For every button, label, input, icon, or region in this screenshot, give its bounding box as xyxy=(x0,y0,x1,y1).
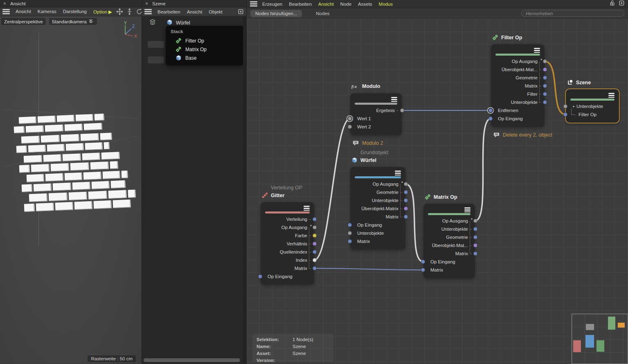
menu-icon[interactable] xyxy=(250,0,257,8)
matrix-port[interactable] xyxy=(313,266,317,270)
op-eingang-port[interactable] xyxy=(488,117,493,121)
node-editor-panel: ErzeugenBearbeitenAnsichtNodeAssetsModus… xyxy=(247,0,628,364)
node-matrixop[interactable]: Matrix OpOp Ausgang▾UnterobjekteGeometri… xyxy=(423,204,475,278)
geometrie-port[interactable] xyxy=(543,76,547,80)
stack-item-filter-op[interactable]: Filter Op xyxy=(166,36,243,45)
scene-menu-ansicht[interactable]: Ansicht xyxy=(184,9,206,15)
node-modulo[interactable]: f:xModuloErgebnisWert 1Wert 2Modulo 2 xyxy=(350,93,402,135)
add-nodes-button[interactable]: Nodes hinzufügen... xyxy=(250,10,302,17)
node-graph-canvas[interactable]: f:xModuloErgebnisWert 1Wert 2Modulo 2Gru… xyxy=(247,19,628,364)
tab-nodes[interactable]: Nodes xyxy=(316,11,329,16)
editor-menu-erzeugen[interactable]: Erzeugen xyxy=(259,1,286,7)
scene-menu-bearbeiten[interactable]: Bearbeiten xyxy=(154,9,184,15)
camera-label[interactable]: Standardkamera xyxy=(49,18,97,25)
node-menu-icon[interactable] xyxy=(395,170,401,177)
viewport-menu-ansicht[interactable]: Ansicht xyxy=(12,8,34,16)
menu-icon[interactable] xyxy=(2,8,10,16)
editor-menu-ansicht[interactable]: Ansicht xyxy=(315,1,337,7)
editor-menu-assets[interactable]: Assets xyxy=(355,1,376,7)
node-szene[interactable]: Szene▾UnterobjekteFilter Op xyxy=(566,89,619,123)
op-ausgang-port[interactable] xyxy=(404,182,408,186)
stack-item-base[interactable]: Base xyxy=(166,54,243,62)
minimap[interactable] xyxy=(572,314,628,364)
viewport-menu-option[interactable]: Option ▶ xyxy=(90,8,115,16)
wert-2-port[interactable] xyxy=(348,125,352,129)
move-tool-icon[interactable] xyxy=(116,8,123,15)
op-ausgang-port[interactable] xyxy=(543,59,547,63)
node-gitter[interactable]: Verteilung OPGitterVerteilungOp Ausgang▾… xyxy=(261,202,314,285)
scene-horizontal-scrollbar[interactable] xyxy=(144,358,240,362)
stack-item-matrix-op[interactable]: Matrix Op xyxy=(166,45,243,54)
dropdown-icon[interactable]: ▾ xyxy=(310,224,312,227)
close-icon[interactable]: × xyxy=(3,1,6,7)
dolly-tool-icon[interactable] xyxy=(126,8,133,15)
node-menu-icon[interactable] xyxy=(608,92,614,99)
lock-icon[interactable] xyxy=(609,0,615,8)
matrix-port[interactable] xyxy=(421,268,425,272)
filter-port[interactable] xyxy=(543,92,547,96)
editor-menu-modus[interactable]: Modus xyxy=(376,1,396,7)
dropdown-icon[interactable]: ▾ xyxy=(401,180,403,184)
scene-vertical-scrollbar[interactable] xyxy=(243,16,246,364)
verteilung-port[interactable] xyxy=(313,217,317,221)
matrix-port[interactable] xyxy=(404,215,408,219)
op-ausgang-port[interactable] xyxy=(313,225,317,229)
menu-icon[interactable] xyxy=(144,8,152,16)
geometrie-port[interactable] xyxy=(404,190,408,194)
port-row-op-eingang: Op Eingang xyxy=(423,258,475,266)
überobjekt-matrix-port[interactable] xyxy=(404,207,408,211)
überobjekt-mat--port[interactable] xyxy=(473,243,477,247)
editor-menu-bearbeiten[interactable]: Bearbeiten xyxy=(286,1,315,7)
expander-icon[interactable]: ▾ xyxy=(573,105,574,108)
node-menu-icon[interactable] xyxy=(304,205,310,212)
node-wuerfel[interactable]: GrundobjektWürfelOp Ausgang▾GeometrieUnt… xyxy=(350,167,405,249)
viewport-menu-darstellung[interactable]: Darstellung xyxy=(60,8,90,16)
add-panel-icon[interactable] xyxy=(238,9,244,15)
index-port[interactable] xyxy=(313,258,317,262)
op-eingang-port[interactable] xyxy=(348,223,352,227)
unterobjekte-port[interactable] xyxy=(404,198,408,202)
quellenindex-port[interactable] xyxy=(313,250,317,254)
unterobjekte-port[interactable] xyxy=(473,227,477,231)
add-panel-icon[interactable] xyxy=(619,0,625,8)
verhältnis-port[interactable] xyxy=(313,242,317,246)
viewport-canvas[interactable]: Zentralperspektive Standardkamera YZX Ra… xyxy=(0,16,142,364)
axis-gizmo[interactable]: YZX xyxy=(120,21,139,40)
wert-1-port[interactable] xyxy=(348,117,352,121)
matrix-port[interactable] xyxy=(473,252,477,256)
port-row-matrix: Matrix xyxy=(423,266,475,274)
node-menu-icon[interactable] xyxy=(391,96,397,103)
port-row-unterobjekte: Unterobjekte xyxy=(423,225,475,233)
entfernen-port[interactable] xyxy=(488,108,493,112)
filter-op-port[interactable] xyxy=(563,112,567,117)
überobjekt-mat--port[interactable] xyxy=(543,67,547,72)
highlight-search-input[interactable] xyxy=(521,10,624,17)
unterobjekte-port[interactable] xyxy=(563,104,567,108)
op-ausgang-port[interactable] xyxy=(473,219,477,223)
state-toggle-box[interactable] xyxy=(148,41,164,48)
unterobjekte-port[interactable] xyxy=(543,100,547,104)
dropdown-icon[interactable]: ▾ xyxy=(471,217,473,221)
scene-menu-objekt[interactable]: Objekt xyxy=(205,9,225,15)
geometrie-port[interactable] xyxy=(473,235,477,239)
op-eingang-port[interactable] xyxy=(258,274,262,279)
node-filterop[interactable]: Filter OpOp Ausgang▾Überobjekt-Mat...Geo… xyxy=(491,44,545,127)
matrix-port[interactable] xyxy=(348,239,352,243)
node-menu-icon[interactable] xyxy=(534,47,540,54)
ergebnis-port[interactable] xyxy=(400,108,404,112)
farbe-port[interactable] xyxy=(313,234,317,238)
close-icon[interactable]: × xyxy=(145,1,148,7)
node-title: f:xModulo xyxy=(351,83,380,89)
perspective-label[interactable]: Zentralperspektive xyxy=(1,18,46,25)
state-toggle-box[interactable] xyxy=(148,56,164,63)
op-eingang-port[interactable] xyxy=(421,260,425,264)
viewport-menu-kameras[interactable]: Kameras xyxy=(34,8,60,16)
dropdown-icon[interactable]: ▾ xyxy=(540,58,542,61)
unterobjekte-port[interactable] xyxy=(348,231,352,235)
layers-icon[interactable] xyxy=(149,19,156,27)
node-menu-icon[interactable] xyxy=(464,207,470,213)
editor-menu-node[interactable]: Node xyxy=(337,1,355,7)
wire-wuerfel-to-matrixop xyxy=(405,184,423,262)
matrix-port[interactable] xyxy=(543,84,547,88)
wire-gitter-to-matrixop xyxy=(314,268,423,270)
